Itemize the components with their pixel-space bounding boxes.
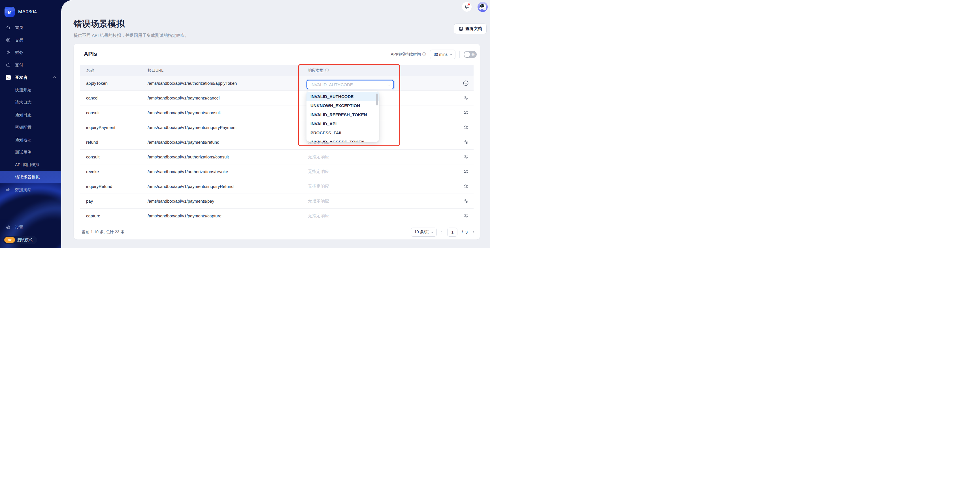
notification-bell-button[interactable] bbox=[462, 2, 472, 12]
api-url: /ams/sandbox/api/v1/authorizations/apply… bbox=[148, 81, 308, 86]
table-body: applyToken/ams/sandbox/api/v1/authorizat… bbox=[80, 76, 474, 223]
sidebar-item-transactions[interactable]: 交易 bbox=[0, 34, 61, 46]
sliders-icon bbox=[463, 183, 469, 189]
sliders-icon bbox=[463, 169, 469, 175]
duration-label: API模拟持续时间 bbox=[391, 52, 421, 57]
page-size-select[interactable]: 10 条/页 bbox=[411, 228, 437, 237]
home-icon bbox=[6, 25, 11, 30]
response-type-select[interactable]: INVALID_AUTHCODE bbox=[307, 80, 394, 89]
exchange-icon bbox=[6, 37, 11, 43]
configure-mock-button[interactable] bbox=[463, 154, 469, 160]
table-row: refund/ams/sandbox/api/v1/payments/refun… bbox=[80, 135, 474, 150]
pagination: 10 条/页 1 / 3 bbox=[411, 228, 474, 237]
dropdown-option[interactable]: INVALID_AUTHCODE bbox=[307, 92, 379, 101]
response-type-value: 无指定响应 bbox=[308, 169, 449, 174]
configure-mock-button[interactable] bbox=[463, 198, 469, 204]
bar-chart-icon bbox=[6, 187, 11, 192]
app-root: M MA0304 首页 交易 财务 bbox=[0, 0, 490, 248]
api-url: /ams/sandbox/api/v1/authorizations/revok… bbox=[148, 169, 308, 174]
sidebar-item-error-scenario-simulation[interactable]: 错误场景模拟 bbox=[0, 171, 61, 183]
api-name: cancel bbox=[80, 96, 148, 100]
configure-mock-button[interactable] bbox=[463, 183, 469, 189]
response-type-value: 无指定响应 bbox=[308, 213, 449, 218]
table-row: capture/ams/sandbox/api/v1/payments/capt… bbox=[80, 209, 474, 223]
configure-mock-button[interactable] bbox=[463, 213, 469, 219]
table-row: pay/ams/sandbox/api/v1/payments/pay无指定响应 bbox=[80, 194, 474, 209]
apis-table: 名称 接口URL 响应类型 ⓘ applyToken/ams/sandbox/a… bbox=[80, 65, 474, 223]
wallet-icon bbox=[6, 62, 11, 67]
sidebar-item-api-call-simulation[interactable]: API 调用模拟 bbox=[0, 158, 61, 171]
merchant-brand: M MA0304 bbox=[5, 7, 37, 17]
remove-mock-button[interactable] bbox=[463, 80, 469, 86]
configure-mock-button[interactable] bbox=[463, 169, 469, 175]
chevron-down-icon bbox=[388, 83, 391, 86]
chevron-down-icon bbox=[431, 230, 433, 233]
api-url: /ams/sandbox/api/v1/authorizations/consu… bbox=[148, 155, 308, 159]
response-type-value: 无指定响应 bbox=[308, 154, 449, 159]
sidebar-item-data-insight[interactable]: 数据洞察 bbox=[0, 183, 61, 196]
api-url: /ams/sandbox/api/v1/payments/capture bbox=[148, 214, 308, 218]
table-row: applyToken/ams/sandbox/api/v1/authorizat… bbox=[80, 76, 474, 91]
sidebar-item-quick-start[interactable]: 快速开始 bbox=[0, 84, 61, 96]
test-mode-badge[interactable]: </> 测试模式 bbox=[3, 236, 37, 244]
table-row: consult/ams/sandbox/api/v1/authorization… bbox=[80, 150, 474, 164]
sidebar-item-payments[interactable]: 支付 bbox=[0, 59, 61, 71]
mock-enable-toggle[interactable]: 关 bbox=[464, 51, 477, 58]
sliders-icon bbox=[463, 213, 469, 219]
prev-page-button[interactable] bbox=[441, 231, 443, 233]
view-docs-label: 查看文档 bbox=[466, 26, 482, 32]
next-page-button[interactable] bbox=[472, 231, 474, 233]
dropdown-option[interactable]: INVALID_ACCESS_TOKEN bbox=[307, 137, 379, 142]
sidebar-item-label: 支付 bbox=[15, 62, 23, 68]
configure-mock-button[interactable] bbox=[463, 110, 469, 116]
configure-mock-button[interactable] bbox=[463, 95, 469, 101]
sidebar-item-label: 首页 bbox=[15, 25, 23, 30]
sidebar-item-test-cases[interactable]: 测试用例 bbox=[0, 146, 61, 158]
api-name: consult bbox=[80, 155, 148, 159]
dropdown-option[interactable]: PROCESS_FAIL bbox=[307, 128, 379, 137]
dropdown-option[interactable]: INVALID_API bbox=[307, 119, 379, 128]
sidebar-item-notification-logs[interactable]: 通知日志 bbox=[0, 108, 61, 121]
user-avatar[interactable] bbox=[477, 2, 488, 12]
panel-controls: API模拟持续时间 ⓘ 30 mins 关 bbox=[391, 49, 477, 59]
main-content: 错误场景模拟 提供不同 API 结果的模拟，并返回用于集成测试的指定响应。 查看… bbox=[61, 0, 490, 248]
api-name: consult bbox=[80, 110, 148, 115]
sidebar-item-developer[interactable]: >_ 开发者 bbox=[0, 71, 61, 84]
info-icon[interactable]: ⓘ bbox=[325, 68, 329, 73]
sidebar-item-label: 设置 bbox=[15, 225, 23, 230]
sidebar-item-key-config[interactable]: 密钥配置 bbox=[0, 121, 61, 134]
gear-icon bbox=[6, 225, 11, 230]
table-row: cancel/ams/sandbox/api/v1/payments/cance… bbox=[80, 91, 474, 105]
configure-mock-button[interactable] bbox=[463, 139, 469, 145]
duration-value: 30 mins bbox=[434, 52, 447, 57]
table-footer: 当前 1-10 条, 总计 23 条 10 条/页 1 / 3 bbox=[80, 225, 474, 239]
sidebar-item-settings[interactable]: 设置 bbox=[0, 221, 61, 234]
merchant-name: MA0304 bbox=[18, 9, 37, 15]
sidebar-nav: 首页 交易 财务 支付 >_ 开发 bbox=[0, 21, 61, 196]
sidebar: M MA0304 首页 交易 财务 bbox=[0, 0, 61, 248]
logo-letter: M bbox=[8, 10, 12, 14]
api-name: applyToken bbox=[80, 81, 148, 86]
table-header: 名称 接口URL 响应类型 ⓘ bbox=[80, 65, 474, 76]
configure-mock-button[interactable] bbox=[463, 124, 469, 131]
notification-dot bbox=[468, 3, 470, 6]
api-url: /ams/sandbox/api/v1/payments/refund bbox=[148, 140, 308, 145]
dropdown-option[interactable]: UNKNOWN_EXCEPTION bbox=[307, 101, 379, 110]
table-row: consult/ams/sandbox/api/v1/payments/cons… bbox=[80, 105, 474, 120]
book-icon bbox=[458, 26, 463, 31]
sidebar-item-label: 交易 bbox=[15, 37, 23, 43]
sliders-icon bbox=[463, 95, 469, 101]
dropdown-option[interactable]: INVALID_REFRESH_TOKEN bbox=[307, 110, 379, 119]
info-icon[interactable]: ⓘ bbox=[422, 52, 426, 57]
current-page-input[interactable]: 1 bbox=[447, 228, 457, 237]
view-docs-button[interactable]: 查看文档 bbox=[454, 24, 487, 34]
duration-select[interactable]: 30 mins bbox=[430, 49, 455, 59]
dropdown-scrollbar[interactable] bbox=[376, 94, 378, 105]
sidebar-item-home[interactable]: 首页 bbox=[0, 21, 61, 34]
sidebar-item-finance[interactable]: 财务 bbox=[0, 46, 61, 59]
terminal-icon: >_ bbox=[6, 75, 11, 80]
sidebar-item-request-logs[interactable]: 请求日志 bbox=[0, 96, 61, 108]
sidebar-item-notification-address[interactable]: 通知地址 bbox=[0, 134, 61, 146]
api-url: /ams/sandbox/api/v1/payments/cancel bbox=[148, 96, 308, 100]
response-type-value: 无指定响应 bbox=[308, 183, 449, 189]
